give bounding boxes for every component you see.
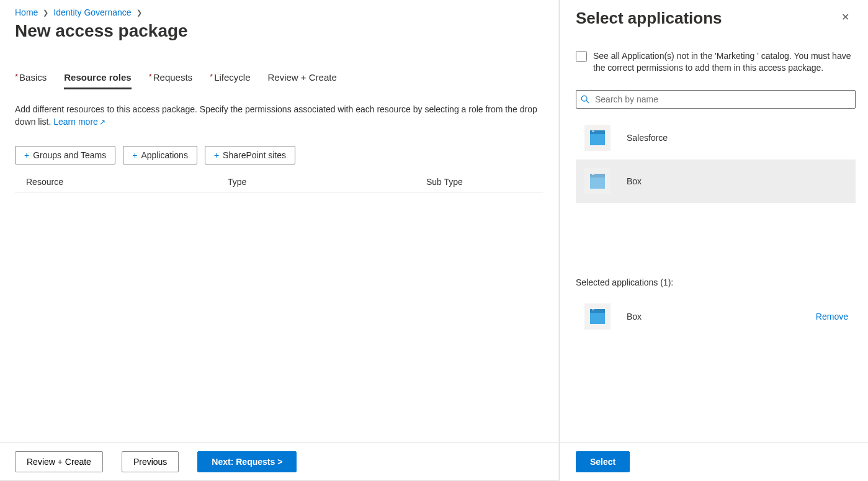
app-label: Box [627,176,642,186]
page-title: New access package [15,21,543,41]
learn-more-link[interactable]: Learn more↗ [53,117,105,127]
breadcrumb-identity-governance[interactable]: Identity Governance [53,7,131,17]
close-icon[interactable]: ✕ [839,9,852,25]
next-button[interactable]: Next: Requests > [197,451,297,472]
selected-app-item: Box Remove [576,297,856,336]
panel-title: Select applications [576,9,722,28]
tabs: *Basics Resource roles *Requests *Lifecy… [15,72,543,89]
app-item-box[interactable]: Box [576,160,856,203]
selected-applications-title: Selected applications (1): [576,277,856,287]
applications-label: Applications [141,150,188,160]
plus-icon: + [132,150,137,160]
add-groups-teams-button[interactable]: +Groups and Teams [15,146,115,164]
app-icon [584,125,611,151]
chevron-right-icon: ❯ [43,9,48,17]
col-subtype: Sub Type [426,177,543,187]
plus-icon: + [214,150,219,160]
footer: Review + Create Previous Next: Requests … [0,442,558,480]
see-all-checkbox-row: See all Application(s) not in the 'Marke… [576,50,856,74]
col-resource: Resource [26,177,228,187]
app-icon [584,303,611,330]
help-text: Add different resources to this access p… [15,103,543,128]
svg-line-1 [586,101,589,103]
chevron-right-icon: ❯ [136,9,142,17]
tab-basics[interactable]: *Basics [15,72,47,89]
main-content: Home ❯ Identity Governance ❯ New access … [0,0,558,481]
tab-requests-label: Requests [153,72,192,83]
col-type: Type [228,177,426,187]
tab-review-create[interactable]: Review + Create [268,72,337,89]
add-applications-button[interactable]: +Applications [123,146,197,164]
app-label: Salesforce [627,133,668,143]
panel-body: See all Application(s) not in the 'Marke… [560,28,868,442]
external-link-icon: ↗ [99,118,105,127]
search-box [576,90,856,109]
application-list: Salesforce Box [576,116,856,203]
panel-header: Select applications ✕ [560,0,868,28]
app-icon [584,168,611,194]
panel-footer: Select [560,442,868,481]
resource-buttons: +Groups and Teams +Applications +SharePo… [15,146,543,164]
review-create-button[interactable]: Review + Create [15,451,103,472]
tab-basics-label: Basics [19,72,47,83]
selected-app-label: Box [627,312,800,321]
tab-review-create-label: Review + Create [268,72,337,83]
breadcrumb-home[interactable]: Home [15,7,38,17]
remove-link[interactable]: Remove [816,312,848,321]
selected-applications-section: Selected applications (1): Box Remove [576,277,856,336]
groups-teams-label: Groups and Teams [33,150,106,160]
tab-resource-roles-label: Resource roles [64,72,131,83]
add-sharepoint-button[interactable]: +SharePoint sites [205,146,295,164]
plus-icon: + [24,150,29,160]
breadcrumb: Home ❯ Identity Governance ❯ [15,7,543,17]
previous-button[interactable]: Previous [122,451,179,472]
see-all-applications-checkbox[interactable] [576,51,587,62]
table-header: Resource Type Sub Type [15,172,543,192]
learn-more-label: Learn more [53,117,98,127]
search-input[interactable] [576,90,856,109]
tab-requests[interactable]: *Requests [149,72,192,89]
tab-lifecycle-label: Lifecycle [214,72,250,83]
see-all-applications-label: See all Application(s) not in the 'Marke… [593,50,856,74]
select-button[interactable]: Select [576,451,630,472]
app-item-salesforce[interactable]: Salesforce [576,116,856,160]
tab-resource-roles[interactable]: Resource roles [64,72,131,89]
search-icon [581,95,589,104]
select-applications-panel: Select applications ✕ See all Applicatio… [559,0,868,481]
sharepoint-label: SharePoint sites [223,150,286,160]
tab-lifecycle[interactable]: *Lifecycle [210,72,250,89]
svg-point-0 [581,96,587,101]
